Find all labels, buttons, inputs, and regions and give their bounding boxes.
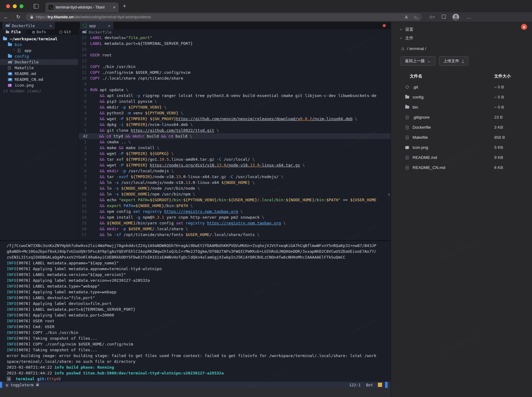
browser-tab-title: terminal-ttyd-wlotnipo - TitanI bbox=[56, 5, 111, 9]
tree-item-app[interactable]: └ app bbox=[0, 48, 78, 53]
buffer-tab-dockerfile[interactable]: Dockerfile × bbox=[2, 22, 55, 29]
code-line[interactable]: 16LABEL metadata.port=${TERMINAL_SERVER_… bbox=[79, 41, 391, 46]
code-line[interactable]: 42 && cd ttyd && mkdir build && cd build… bbox=[79, 133, 391, 139]
record-indicator-icon[interactable] bbox=[383, 24, 386, 27]
code-line[interactable]: 13 && npm config set registry https://re… bbox=[79, 209, 391, 214]
code-line[interactable]: 14USER root bbox=[79, 52, 391, 58]
text-size-icon[interactable]: A bbox=[405, 15, 408, 20]
code-line[interactable]: 4 && python3 -m venv ${PYTHON_VENV} \ bbox=[79, 110, 391, 116]
code-line[interactable]: 17 && ln -sf /opt/titanide/share/fonts $… bbox=[79, 232, 391, 238]
window-minimize-button[interactable] bbox=[13, 4, 17, 8]
favorites-icon[interactable]: ☆≡ bbox=[429, 14, 434, 20]
terminal-line: 2023-02-08T21:44:22 info pushed titan.hu… bbox=[7, 370, 391, 376]
text-segment bbox=[90, 174, 100, 179]
code-line[interactable]: 6 && mkdir -p /usr/local/nodejs \ bbox=[79, 168, 391, 174]
tree-item-icon-png[interactable]: icon.png bbox=[0, 82, 78, 88]
sidebar-tab-bufs[interactable]: ▤ Bufs bbox=[26, 29, 52, 35]
code-line[interactable]: 12 && export PATH=${NODE_HOME}/bin:$PATH… bbox=[79, 203, 391, 209]
code-line[interactable]: 4 && tar xvf ${TMPDIR}/go1.19.5.linux-am… bbox=[79, 156, 391, 162]
code-line[interactable]: 3 && wget -P ${TMPDIR} ${GOPKG} \ bbox=[79, 151, 391, 156]
browser-tab[interactable]: ›_ terminal-ttyd-wlotnipo - TitanI × bbox=[45, 2, 119, 12]
code-line[interactable]: 10 && ln -s ${NODE_HOME}/npm /usr/bin/np… bbox=[79, 191, 391, 197]
tab-actions-icon[interactable] bbox=[34, 4, 39, 9]
tree-item-config[interactable]: config bbox=[0, 53, 78, 59]
window-close-button[interactable] bbox=[6, 4, 10, 8]
text-segment: wget bbox=[105, 116, 119, 121]
tree-item--2-hidden-items-[interactable]: (2 hidden items) bbox=[0, 88, 78, 94]
code-editor[interactable]: Dockerfile 17LABEL devtools="file,port"1… bbox=[79, 29, 391, 240]
profile-avatar[interactable] bbox=[452, 14, 459, 20]
path-breadcrumb[interactable]: ⌂ / terminal / bbox=[391, 42, 532, 55]
buffer-tab-app[interactable]: app × bbox=[80, 22, 113, 29]
tree-item-readme-cn-md[interactable]: README_CN.md bbox=[0, 77, 78, 82]
git-icon bbox=[404, 86, 410, 88]
close-icon[interactable]: × bbox=[108, 23, 110, 28]
code-line[interactable]: 9 bbox=[79, 81, 391, 87]
text-segment bbox=[169, 151, 171, 156]
tree-item-dockerfile[interactable]: Dockerfile bbox=[0, 59, 78, 65]
file-row-bin[interactable]: bin~ 0 B bbox=[391, 102, 532, 112]
code-line[interactable]: 9 && ln -s ${NODE_HOME}/node /usr/bin/no… bbox=[79, 185, 391, 191]
file-size: ~ 0 B bbox=[494, 85, 522, 89]
file-row-config[interactable]: config~ 0 B bbox=[391, 92, 532, 102]
add-favorite-icon[interactable]: ☆+ bbox=[413, 15, 419, 20]
tree-item-makefile[interactable]: Makefile bbox=[0, 65, 78, 71]
user-avatar-badge[interactable]: a bbox=[521, 24, 527, 30]
code-line[interactable]: 5 && mkdir -p ${PYTHON_VENV} \ bbox=[79, 104, 391, 110]
code-line[interactable]: 14 && npm install -g npm@9.3.1 yarn cnpm… bbox=[79, 214, 391, 220]
go-up-button[interactable]: 返回上一级 ← bbox=[401, 56, 435, 66]
file-row-icon-png[interactable]: icon.png5 KB bbox=[391, 142, 532, 152]
files-section-header[interactable]: › 文件 bbox=[391, 34, 532, 42]
window-zoom-button[interactable] bbox=[20, 4, 23, 8]
file-tree: ~/workspace/terminalbin└ appconfigDocker… bbox=[0, 35, 78, 94]
back-button[interactable]: ← bbox=[0, 14, 12, 20]
tree-item-readme-md[interactable]: README.md bbox=[0, 71, 78, 77]
upload-file-button[interactable]: 上传文件 ↑ bbox=[439, 56, 468, 66]
collections-icon[interactable] bbox=[442, 14, 446, 20]
tree-item--workspace-terminal[interactable]: ~/workspace/terminal bbox=[0, 36, 78, 42]
file-row-readme-md[interactable]: README.md9 KB bbox=[391, 152, 532, 163]
code-line[interactable]: 2 && make && make install \ bbox=[79, 145, 391, 151]
file-row--git[interactable]: .git~ 0 B bbox=[391, 82, 532, 92]
text-segment bbox=[119, 169, 121, 173]
code-line[interactable]: 11COPY ./config/nvim $USER_HOME/.config/… bbox=[79, 70, 391, 75]
code-line[interactable]: 16 && mkdir -p $USER_HOME/.local/share \ bbox=[79, 226, 391, 232]
address-bar[interactable]: https://try.titanide.cn/ide/web/coding/t… bbox=[26, 13, 422, 21]
file-row-dockerfile[interactable]: Dockerfile3 KB bbox=[391, 122, 532, 132]
code-line[interactable]: 13 bbox=[79, 58, 391, 64]
new-tab-button[interactable]: + bbox=[123, 3, 126, 9]
code-line[interactable]: 10COPY ./.local/share /opt/titanide/shar… bbox=[79, 75, 391, 81]
text-segment: /usr/local/ bbox=[222, 157, 253, 162]
code-line[interactable]: 3 && wget -P ${TMPDIR} ${GH_PROXY}https:… bbox=[79, 116, 391, 122]
file-name: bin bbox=[413, 105, 494, 109]
code-line[interactable]: 8RUN apt update \ bbox=[79, 87, 391, 93]
code-line[interactable]: 15 bbox=[79, 46, 391, 52]
file-row-makefile[interactable]: Makefile858 B bbox=[391, 132, 532, 142]
code-line[interactable]: 11 && echo "export PATH=${GOROOT}/bin:${… bbox=[79, 197, 391, 203]
code-line[interactable]: 15 && ${NODE_HOME}/bin/yarn config set r… bbox=[79, 220, 391, 226]
file-row--gitignore[interactable]: .gitignore23 B bbox=[391, 112, 532, 122]
code-line[interactable]: 1 && cmake .. \ bbox=[79, 139, 391, 145]
code-line[interactable]: 12COPY ./bin /usr/bin bbox=[79, 64, 391, 70]
panel-collapse-handle[interactable]: › bbox=[388, 191, 390, 197]
code-line[interactable]: 5 && wget -P ${TMPDIR} https://nodejs.or… bbox=[79, 162, 391, 168]
code-line[interactable]: 7 && tar -xvzf ${TMPDIR}/node-v18.13.0-l… bbox=[79, 174, 391, 180]
terminal-panel[interactable]: /fj7CcwoCW7ZXBc3snKxZNYHpbh7uhw0vx2lsi4W… bbox=[0, 240, 391, 382]
code-line[interactable]: 1 && git clone https://github.com/tsl092… bbox=[79, 127, 391, 133]
code-line[interactable]: 17LABEL devtools="file,port" bbox=[79, 35, 391, 41]
code-line[interactable]: 2 && dpkg -i ${TMPDIR}/nvim-linux64.deb … bbox=[79, 122, 391, 127]
sidebar-tab-file[interactable]: File bbox=[0, 29, 26, 35]
sidebar-tab-git[interactable]: Git bbox=[52, 29, 78, 35]
file-row-readme-cn-md[interactable]: README_CN.md6 KB bbox=[391, 163, 532, 173]
code-line[interactable]: 6 && pip3 install pynvim \ bbox=[79, 98, 391, 104]
code-line[interactable]: 7 && apt install -y ripgrep ranger lolca… bbox=[79, 93, 391, 98]
close-icon[interactable]: × bbox=[49, 23, 52, 28]
home-icon[interactable]: ⌂ bbox=[401, 46, 404, 51]
settings-section-header[interactable]: › 设置 a bbox=[391, 25, 532, 34]
code-line[interactable]: 8 && ln -s /usr/local/nodejs/node-v18.13… bbox=[79, 180, 391, 185]
tree-item-bin[interactable]: bin bbox=[0, 42, 78, 48]
browser-menu-icon[interactable]: … bbox=[466, 14, 471, 20]
tab-close-icon[interactable]: × bbox=[113, 5, 115, 10]
line-number: 14 bbox=[79, 214, 90, 220]
reload-button[interactable]: ↻ bbox=[12, 14, 24, 20]
